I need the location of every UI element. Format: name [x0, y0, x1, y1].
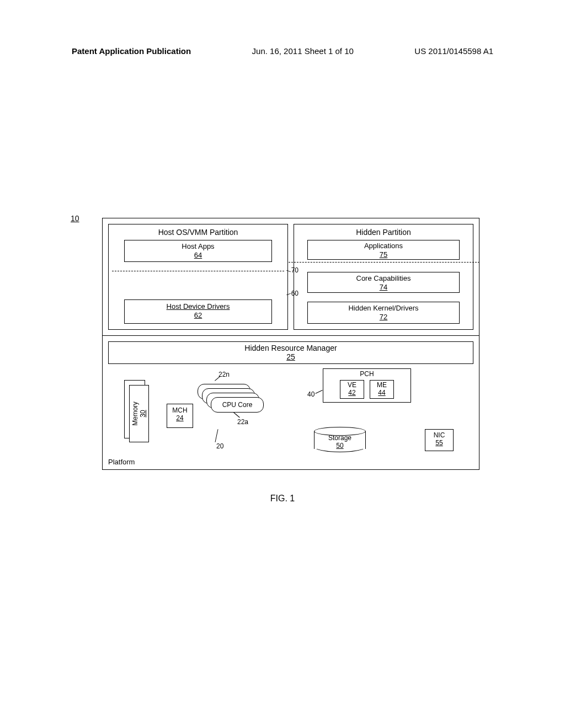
host-drivers-label: Host Device Drivers [125, 302, 271, 311]
memory-text: Memory 30 [131, 402, 147, 425]
memory-box: Memory 30 [129, 385, 149, 442]
dashed-divider-70 [289, 262, 479, 263]
hw-left: Memory 30 MCH 24 CPU Core 22n 22a [108, 368, 286, 459]
cpu-core-front: CPU Core [211, 397, 264, 413]
cpu-stack: CPU Core [198, 384, 269, 417]
leader-20 [215, 429, 218, 442]
host-apps-ref: 64 [125, 251, 271, 260]
me-ref: 44 [370, 389, 393, 397]
platform-frame: Hidden Resource Manager 25 Memory 30 MCH… [102, 335, 479, 470]
memory-label: Memory [131, 402, 139, 425]
core-cap-ref: 74 [308, 283, 459, 292]
page-header: Patent Application Publication Jun. 16, … [0, 46, 565, 56]
ref-22a: 22a [237, 418, 248, 426]
kernel-label: Hidden Kernel/Drivers [308, 304, 459, 313]
host-drivers-box: Host Device Drivers 62 [124, 299, 272, 324]
header-right: US 2011/0145598 A1 [414, 46, 493, 56]
ve-ref: 42 [340, 389, 364, 397]
nic-label: NIC [425, 431, 453, 439]
hrm-label: Hidden Resource Manager [109, 344, 473, 352]
host-apps-label: Host Apps [125, 242, 271, 251]
header-middle: Jun. 16, 2011 Sheet 1 of 10 [252, 46, 354, 56]
pch-label: PCH [323, 370, 411, 378]
host-partition: Host OS/VMM Partition Host Apps 64 Host … [108, 224, 288, 330]
host-partition-title: Host OS/VMM Partition [112, 228, 284, 237]
mch-box: MCH 24 [167, 404, 193, 428]
system-diagram: Host OS/VMM Partition Host Apps 64 Host … [102, 218, 479, 470]
hidden-kernel-box: Hidden Kernel/Drivers 72 [307, 302, 460, 324]
pch-box: PCH VE 42 ME 44 [323, 368, 411, 403]
core-capabilities-box: Core Capabilities 74 [307, 272, 460, 293]
hw-right: PCH VE 42 ME 44 40 [295, 368, 473, 459]
mch-label: MCH [167, 406, 193, 414]
hardware-row: Memory 30 MCH 24 CPU Core 22n 22a [108, 368, 473, 459]
hidden-apps-ref: 75 [308, 250, 459, 259]
hidden-partition: Hidden Partition Applications 75 Core Ca… [294, 224, 473, 330]
me-box: ME 44 [370, 380, 394, 399]
leader-40 [315, 390, 322, 394]
leader-70 [286, 270, 291, 272]
hidden-apps-box: Applications 75 [307, 240, 460, 260]
hrm-ref: 25 [109, 352, 473, 361]
ref-10: 10 [71, 214, 79, 223]
kernel-ref: 72 [308, 313, 459, 322]
storage-ref: 50 [315, 442, 365, 449]
memory-ref: 30 [139, 410, 147, 417]
storage-cylinder: Storage 50 [314, 427, 366, 452]
ve-box: VE 42 [340, 380, 364, 399]
leader-22n [215, 376, 220, 381]
platform-label: Platform [108, 458, 135, 466]
host-drivers-ref: 62 [125, 311, 271, 320]
ref-22n: 22n [218, 371, 230, 378]
hidden-apps-label: Applications [308, 242, 459, 250]
core-cap-label: Core Capabilities [308, 274, 459, 283]
hidden-partition-title: Hidden Partition [297, 228, 470, 237]
mch-ref: 24 [167, 414, 193, 422]
me-label: ME [370, 381, 393, 389]
hidden-resource-manager-box: Hidden Resource Manager 25 [108, 341, 473, 364]
leader-60 [286, 293, 291, 296]
nic-box: NIC 55 [425, 429, 454, 451]
nic-ref: 55 [425, 439, 453, 447]
host-apps-box: Host Apps 64 [124, 240, 272, 262]
ref-40: 40 [307, 390, 315, 398]
storage-top-ellipse [314, 427, 366, 436]
partitions-row: Host OS/VMM Partition Host Apps 64 Host … [102, 218, 479, 335]
figure-caption: FIG. 1 [0, 494, 565, 504]
ref-20: 20 [216, 442, 223, 450]
header-left: Patent Application Publication [72, 46, 191, 56]
dashed-divider-60 [112, 271, 284, 271]
ve-label: VE [340, 381, 364, 389]
